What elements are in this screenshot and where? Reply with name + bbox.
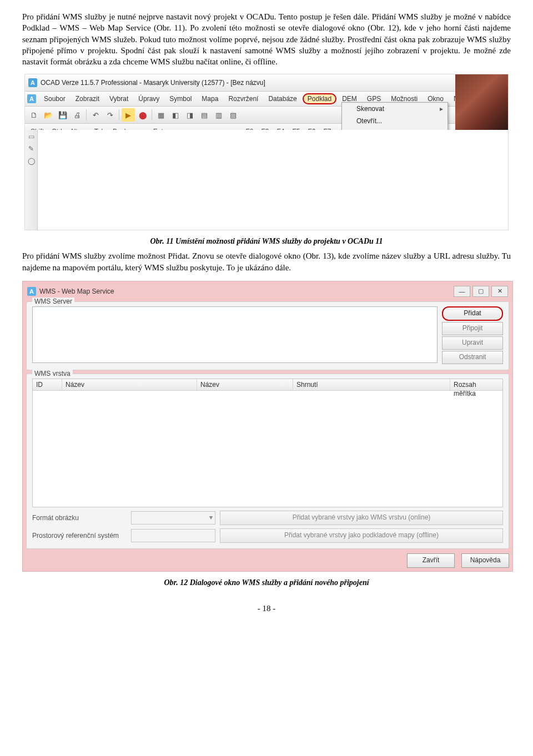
col-shrnuti[interactable]: Shrnutí	[293, 379, 450, 390]
label: Skenovat	[356, 105, 384, 113]
menu-item-podklad[interactable]: Podklad	[303, 93, 336, 104]
menu-item[interactable]: Mapa	[197, 94, 223, 104]
col-nazev2[interactable]: Název	[197, 379, 293, 390]
decorative-photo	[455, 74, 508, 130]
maximize-icon[interactable]: ▢	[472, 286, 489, 297]
col-id[interactable]: ID	[33, 379, 62, 390]
add-offline-button[interactable]: Přidat vybrané vrstvy jako podkladové ma…	[220, 528, 503, 543]
tool-icon[interactable]: ▤	[198, 108, 211, 122]
menu-item[interactable]: Rozvržení	[224, 94, 263, 104]
group-label: WMS vrstva	[32, 370, 73, 377]
pridat-button[interactable]: Přidat	[442, 306, 503, 321]
wms-vrstva-group: WMS vrstva ID Název Název Shrnutí Rozsah…	[26, 374, 509, 549]
redo-icon[interactable]: ↷	[103, 108, 117, 122]
open-file-icon[interactable]: 📂	[42, 108, 55, 122]
menu-item[interactable]: Symbol	[165, 94, 196, 104]
record-icon[interactable]: ⬤	[136, 108, 149, 122]
tool-icon[interactable]: ▦	[154, 108, 168, 122]
server-listbox[interactable]	[32, 306, 438, 363]
close-icon[interactable]: ✕	[491, 286, 508, 297]
page-number: - 18 -	[22, 604, 511, 613]
menu-item[interactable]: Úpravy	[134, 94, 164, 104]
col-rozsah[interactable]: Rozsah měřítka	[450, 379, 502, 390]
label: Otevřít...	[356, 117, 382, 125]
menu-item[interactable]: Zobrazit	[71, 94, 104, 104]
undo-icon[interactable]: ↶	[89, 108, 102, 122]
wms-server-group: WMS Server Přidat Připojit Upravit Odstr…	[26, 301, 509, 370]
srs-select[interactable]	[131, 529, 215, 542]
tool-icon[interactable]: ▭	[26, 131, 37, 142]
play-icon[interactable]: ▶	[122, 108, 135, 122]
window-title-bar: A OCAD Verze 11.5.7 Professional - Masar…	[25, 74, 508, 92]
app-logo-icon: A	[28, 78, 37, 87]
tool-icon[interactable]: ▥	[212, 108, 225, 122]
dialog-logo-icon: A	[27, 287, 36, 296]
tool-icon[interactable]: ◨	[183, 108, 197, 122]
menu-otevrit[interactable]: Otevřít...	[342, 115, 447, 127]
pripojit-button[interactable]: Připojit	[442, 322, 503, 335]
srs-label: Prostorový referenční systém	[32, 532, 127, 540]
tool-icon[interactable]: ◧	[169, 108, 182, 122]
canvas-area: ▭ ✎ ◯	[25, 130, 508, 230]
screenshot-ocad-menu: A OCAD Verze 11.5.7 Professional - Masar…	[24, 74, 509, 230]
format-label: Formát obrázku	[32, 514, 127, 522]
upravit-button[interactable]: Upravit	[442, 336, 503, 350]
layer-table-header: ID Název Název Shrnutí Rozsah měřítka	[33, 379, 502, 391]
figure-caption-11: Obr. 11 Umístění možnosti přidání WMS sl…	[22, 237, 511, 246]
screenshot-wms-dialog: A WMS - Web Map Service — ▢ ✕ WMS Server…	[22, 281, 513, 572]
tool-icon[interactable]: ◯	[26, 155, 37, 167]
separator	[152, 109, 152, 120]
tool-icon[interactable]: ✎	[26, 143, 37, 154]
group-label: WMS Server	[32, 298, 74, 305]
save-icon[interactable]: 💾	[56, 108, 69, 122]
separator	[119, 109, 119, 120]
add-online-button[interactable]: Přidat vybrané vrstvy jako WMS vrstvu (o…	[220, 511, 503, 525]
menu-item[interactable]: Soubor	[39, 94, 70, 104]
menu-item[interactable]: Vybrat	[105, 94, 133, 104]
paragraph-1: Pro přidání WMS služby je nutné nejprve …	[22, 11, 511, 67]
menu-skenovat[interactable]: Skenovat ▸	[342, 103, 447, 115]
odstranit-button[interactable]: Odstranit	[442, 351, 503, 364]
minimize-icon[interactable]: —	[454, 286, 470, 297]
side-toolbar: ▭ ✎ ◯	[25, 130, 38, 230]
layer-table[interactable]: ID Název Název Shrnutí Rozsah měřítka	[32, 379, 503, 507]
dialog-title: WMS - Web Map Service	[39, 288, 114, 295]
print-icon[interactable]: 🖨	[71, 108, 84, 122]
close-button[interactable]: Zavřít	[407, 553, 455, 568]
figure-caption-12: Obr. 12 Dialogové okno WMS služby a přid…	[22, 578, 511, 587]
menu-logo-icon: A	[27, 94, 36, 103]
col-nazev[interactable]: Název	[62, 379, 197, 390]
help-button[interactable]: Nápověda	[461, 553, 509, 568]
submenu-arrow-icon: ▸	[440, 105, 443, 113]
new-file-icon[interactable]: 🗋	[27, 108, 41, 122]
menu-item[interactable]: Databáze	[264, 94, 301, 104]
dialog-title-bar: A WMS - Web Map Service — ▢ ✕	[26, 285, 509, 298]
tool-icon[interactable]: ▧	[227, 108, 240, 122]
paragraph-2: Pro přidání WMS služby zvolíme možnost P…	[22, 250, 511, 273]
separator	[86, 109, 87, 120]
dropdown-arrow-icon: ▾	[209, 513, 213, 521]
window-title: OCAD Verze 11.5.7 Professional - Masaryk…	[41, 79, 265, 87]
format-select[interactable]: ▾	[131, 511, 215, 525]
